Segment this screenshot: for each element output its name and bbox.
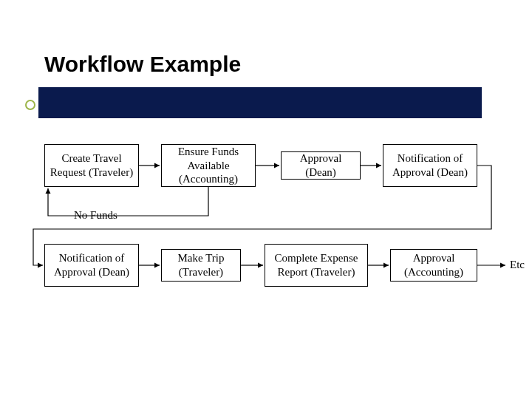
label-no-funds: No Funds — [74, 209, 117, 222]
label-etc: Etc — [510, 259, 525, 271]
box-complete-expense-report: Complete Expense Report (Traveler) — [265, 244, 368, 287]
title-bar — [38, 87, 482, 118]
box-ensure-funds-available: Ensure Funds Available (Accounting) — [161, 144, 256, 187]
box-notification-approval-dean-2: Notification of Approval (Dean) — [44, 244, 139, 287]
box-notification-approval-dean-1: Notification of Approval (Dean) — [383, 144, 477, 187]
box-create-travel-request: Create Travel Request (Traveler) — [44, 144, 139, 187]
bullet-icon — [25, 100, 35, 110]
page-title: Workflow Example — [44, 52, 241, 77]
box-approval-dean: Approval (Dean) — [281, 151, 361, 180]
box-make-trip: Make Trip (Traveler) — [161, 249, 241, 282]
box-approval-accounting: Approval (Accounting) — [390, 249, 477, 282]
